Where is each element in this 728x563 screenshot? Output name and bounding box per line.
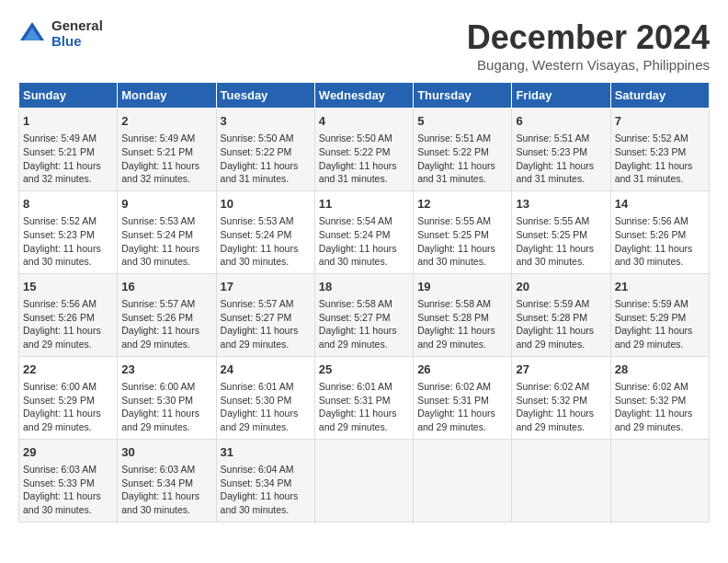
cell-text-line: and 30 minutes.	[221, 503, 311, 517]
calendar-cell: 9Sunrise: 5:53 AMSunset: 5:24 PMDaylight…	[118, 190, 216, 273]
cell-text-line: Sunset: 5:32 PM	[615, 394, 705, 408]
calendar-cell: 17Sunrise: 5:57 AMSunset: 5:27 PMDayligh…	[216, 273, 314, 356]
day-number: 16	[121, 279, 211, 295]
cell-text-line: and 30 minutes.	[319, 255, 409, 269]
cell-text-line: and 29 minutes.	[615, 420, 705, 434]
cell-text-line: Sunrise: 6:00 AM	[23, 380, 113, 394]
cell-text-line: Daylight: 11 hours	[23, 407, 113, 420]
calendar-header-row: SundayMondayTuesdayWednesdayThursdayFrid…	[19, 83, 710, 109]
cell-text-line: Sunset: 5:23 PM	[23, 228, 113, 242]
calendar-cell: 14Sunrise: 5:56 AMSunset: 5:26 PMDayligh…	[610, 190, 709, 273]
calendar-header-thursday: Thursday	[414, 83, 512, 109]
day-number: 24	[221, 362, 311, 378]
calendar-header-friday: Friday	[512, 83, 610, 109]
cell-text-line: and 29 minutes.	[516, 420, 606, 434]
calendar-cell: 28Sunrise: 6:02 AMSunset: 5:32 PMDayligh…	[610, 356, 709, 439]
day-number: 7	[615, 113, 705, 130]
day-number: 30	[121, 444, 211, 461]
cell-text-line: Sunrise: 5:56 AM	[23, 297, 113, 311]
cell-text-line: and 31 minutes.	[417, 172, 507, 186]
calendar-cell: 27Sunrise: 6:02 AMSunset: 5:32 PMDayligh…	[512, 356, 610, 439]
calendar-cell: 5Sunrise: 5:51 AMSunset: 5:22 PMDaylight…	[414, 109, 512, 191]
cell-text-line: Daylight: 11 hours	[417, 159, 507, 173]
cell-text-line: Sunrise: 5:57 AM	[121, 297, 211, 311]
cell-text-line: Daylight: 11 hours	[121, 407, 211, 420]
day-number: 21	[615, 279, 705, 295]
cell-text-line: and 30 minutes.	[23, 255, 113, 269]
cell-text-line: Sunset: 5:29 PM	[615, 311, 705, 325]
day-number: 12	[417, 196, 507, 213]
day-number: 22	[23, 362, 113, 378]
cell-text-line: Sunrise: 5:50 AM	[221, 132, 311, 145]
cell-text-line: Sunset: 5:22 PM	[417, 145, 507, 159]
cell-text-line: Sunrise: 5:49 AM	[121, 132, 211, 145]
cell-text-line: Sunrise: 6:03 AM	[23, 463, 113, 477]
cell-text-line: Sunrise: 5:58 AM	[319, 297, 409, 311]
day-number: 25	[319, 362, 409, 378]
cell-text-line: and 29 minutes.	[319, 338, 409, 351]
cell-text-line: Daylight: 11 hours	[615, 242, 705, 256]
calendar-week-row: 29Sunrise: 6:03 AMSunset: 5:33 PMDayligh…	[19, 439, 710, 522]
cell-text-line: and 32 minutes.	[23, 172, 113, 186]
day-number: 2	[121, 113, 211, 130]
calendar-cell: 23Sunrise: 6:00 AMSunset: 5:30 PMDayligh…	[118, 356, 216, 439]
cell-text-line: Sunset: 5:31 PM	[417, 394, 507, 408]
cell-text-line: Sunset: 5:21 PM	[23, 145, 113, 159]
calendar-cell: 10Sunrise: 5:53 AMSunset: 5:24 PMDayligh…	[216, 190, 314, 273]
calendar-header-monday: Monday	[118, 83, 216, 109]
calendar-header-sunday: Sunday	[19, 83, 118, 109]
calendar-cell: 26Sunrise: 6:02 AMSunset: 5:31 PMDayligh…	[414, 356, 512, 439]
cell-text-line: Sunrise: 6:02 AM	[516, 380, 606, 394]
cell-text-line: Sunset: 5:34 PM	[121, 477, 211, 490]
calendar-table: SundayMondayTuesdayWednesdayThursdayFrid…	[18, 82, 710, 523]
cell-text-line: and 31 minutes.	[516, 172, 606, 186]
cell-text-line: Sunset: 5:30 PM	[221, 394, 311, 408]
calendar-cell	[610, 439, 709, 522]
cell-text-line: Sunrise: 5:51 AM	[417, 132, 507, 145]
cell-text-line: Daylight: 11 hours	[319, 159, 409, 173]
page-title: December 2024	[467, 18, 710, 57]
calendar-week-row: 1Sunrise: 5:49 AMSunset: 5:21 PMDaylight…	[19, 109, 710, 191]
cell-text-line: Daylight: 11 hours	[23, 242, 113, 256]
cell-text-line: Daylight: 11 hours	[615, 407, 705, 420]
cell-text-line: and 30 minutes.	[121, 255, 211, 269]
cell-text-line: Daylight: 11 hours	[221, 489, 311, 503]
calendar-week-row: 15Sunrise: 5:56 AMSunset: 5:26 PMDayligh…	[19, 273, 710, 356]
cell-text-line: Sunset: 5:21 PM	[121, 145, 211, 159]
cell-text-line: and 29 minutes.	[121, 420, 211, 434]
cell-text-line: Sunrise: 5:57 AM	[221, 297, 311, 311]
day-number: 28	[615, 362, 705, 378]
cell-text-line: Sunrise: 6:00 AM	[121, 380, 211, 394]
cell-text-line: Daylight: 11 hours	[417, 324, 507, 338]
day-number: 11	[319, 196, 409, 213]
day-number: 10	[221, 196, 311, 213]
day-number: 20	[516, 279, 606, 295]
cell-text-line: Sunrise: 5:49 AM	[23, 132, 113, 145]
cell-text-line: Sunrise: 5:52 AM	[615, 132, 705, 145]
cell-text-line: Sunset: 5:34 PM	[221, 477, 311, 490]
cell-text-line: and 29 minutes.	[319, 420, 409, 434]
day-number: 1	[23, 113, 113, 130]
calendar-cell: 30Sunrise: 6:03 AMSunset: 5:34 PMDayligh…	[118, 439, 216, 522]
day-number: 31	[221, 444, 311, 461]
cell-text-line: Sunset: 5:27 PM	[319, 311, 409, 325]
calendar-header-saturday: Saturday	[610, 83, 709, 109]
cell-text-line: and 31 minutes.	[615, 172, 705, 186]
cell-text-line: Daylight: 11 hours	[615, 324, 705, 338]
cell-text-line: Daylight: 11 hours	[417, 407, 507, 420]
calendar-cell	[314, 439, 413, 522]
calendar-cell: 1Sunrise: 5:49 AMSunset: 5:21 PMDaylight…	[19, 109, 118, 191]
day-number: 17	[221, 279, 311, 295]
title-block: December 2024 Bugang, Western Visayas, P…	[467, 18, 710, 73]
cell-text-line: Sunset: 5:25 PM	[417, 228, 507, 242]
calendar-cell: 22Sunrise: 6:00 AMSunset: 5:29 PMDayligh…	[19, 356, 118, 439]
calendar-cell: 2Sunrise: 5:49 AMSunset: 5:21 PMDaylight…	[118, 109, 216, 191]
cell-text-line: Daylight: 11 hours	[516, 242, 606, 256]
cell-text-line: Sunset: 5:26 PM	[23, 311, 113, 325]
cell-text-line: and 32 minutes.	[121, 172, 211, 186]
cell-text-line: Sunset: 5:25 PM	[516, 228, 606, 242]
calendar-cell: 7Sunrise: 5:52 AMSunset: 5:23 PMDaylight…	[610, 109, 709, 191]
cell-text-line: Daylight: 11 hours	[319, 324, 409, 338]
day-number: 5	[417, 113, 507, 130]
calendar-cell	[512, 439, 610, 522]
